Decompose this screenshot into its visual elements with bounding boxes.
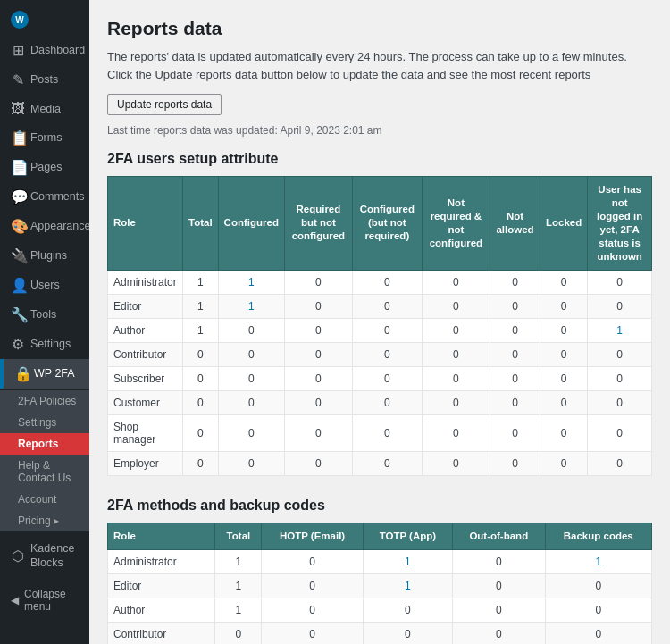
sidebar-item-posts[interactable]: ✎ Posts: [0, 65, 89, 95]
cell-value: 0: [540, 414, 588, 451]
cell-value: 0: [490, 342, 540, 366]
sidebar-item-wp2fa[interactable]: 🔒 WP 2FA: [0, 359, 89, 389]
cell-value: 0: [422, 451, 490, 475]
cell-value[interactable]: 1: [588, 318, 652, 342]
sidebar-sub-reports[interactable]: Reports: [0, 433, 89, 455]
cell-value: 0: [453, 573, 545, 598]
plugins-icon: 🔌: [11, 247, 25, 264]
cell-value: 0: [182, 342, 218, 366]
table-row: Author10000: [108, 598, 652, 622]
cell-value[interactable]: 1: [218, 270, 284, 294]
sidebar-sub-2fa-policies[interactable]: 2FA Policies: [0, 390, 89, 412]
update-reports-button[interactable]: Update reports data: [107, 94, 222, 115]
cell-value: 0: [182, 414, 218, 451]
cell-value: 0: [490, 270, 540, 294]
users-icon: 👤: [11, 277, 25, 294]
sidebar-item-label: Forms: [30, 130, 62, 145]
cell-value: 0: [352, 270, 422, 294]
sidebar-item-tools[interactable]: 🔧 Tools: [0, 300, 89, 330]
cell-value: 0: [588, 390, 652, 414]
cell-role: Administrator: [108, 549, 215, 573]
cell-value: 0: [540, 342, 588, 366]
cell-value: 1: [215, 549, 262, 573]
table1-col-configured: Configured: [218, 177, 284, 271]
cell-value[interactable]: 1: [363, 549, 452, 573]
cell-value[interactable]: 1: [218, 294, 284, 318]
cell-value: 0: [352, 390, 422, 414]
cell-role: Employer: [108, 451, 183, 475]
sidebar-item-label: Appearance: [30, 219, 89, 233]
sidebar-item-kadence[interactable]: ⬡ Kadence Blocks: [0, 535, 89, 577]
sidebar-item-appearance[interactable]: 🎨 Appearance: [0, 212, 89, 241]
cell-role: Author: [108, 598, 215, 622]
tools-icon: 🔧: [11, 306, 25, 323]
cell-role: Editor: [108, 573, 215, 598]
cell-value: 0: [422, 318, 490, 342]
sidebar-sub-pricing[interactable]: Pricing ▸: [0, 510, 89, 531]
table-link[interactable]: 1: [595, 556, 601, 568]
sidebar-item-dashboard[interactable]: ⊞ Dashboard: [0, 36, 89, 65]
cell-value: 0: [540, 294, 588, 318]
table-row: Editor11000000: [108, 294, 652, 318]
sidebar-item-label: Posts: [30, 72, 58, 87]
sidebar-item-forms[interactable]: 📋 Forms: [0, 123, 89, 153]
sidebar-logo[interactable]: W: [0, 0, 89, 36]
cell-value: 0: [490, 390, 540, 414]
collapse-menu-button[interactable]: ◀ Collapse menu: [0, 581, 89, 620]
table-link[interactable]: 1: [616, 324, 623, 337]
cell-value: 0: [262, 549, 363, 573]
table-link[interactable]: 1: [248, 276, 255, 289]
cell-value: 0: [490, 451, 540, 475]
table1-col-role: Role: [108, 177, 183, 271]
cell-value: 0: [284, 342, 352, 366]
table2-col-total: Total: [215, 523, 262, 549]
cell-value: 1: [182, 270, 218, 294]
page-description: The reports' data is updated automatical…: [107, 48, 652, 83]
cell-value: 0: [218, 451, 284, 475]
cell-value: 1: [182, 294, 218, 318]
sidebar-item-comments[interactable]: 💬 Comments: [0, 182, 89, 212]
sidebar-item-users[interactable]: 👤 Users: [0, 271, 89, 300]
cell-value: 0: [284, 294, 352, 318]
cell-value: 0: [262, 598, 363, 622]
sidebar-item-pages[interactable]: 📄 Pages: [0, 153, 89, 182]
sidebar-sub-help[interactable]: Help & Contact Us: [0, 455, 89, 489]
sidebar-sub-account[interactable]: Account: [0, 489, 89, 510]
cell-value: 0: [453, 549, 545, 573]
table-link[interactable]: 1: [248, 300, 255, 313]
table1-col-not-allowed: Not allowed: [490, 177, 540, 271]
table-row: Editor10100: [108, 573, 652, 598]
cell-value: 0: [363, 622, 452, 644]
cell-value: 0: [490, 294, 540, 318]
cell-value: 0: [284, 390, 352, 414]
table2-col-hotp: HOTP (Email): [262, 523, 363, 549]
table2-col-totp: TOTP (App): [363, 523, 452, 549]
last-updated-text: Last time reports data was updated: Apri…: [107, 124, 652, 137]
table1-title: 2FA users setup attribute: [107, 151, 652, 167]
sidebar-sub-settings[interactable]: Settings: [0, 412, 89, 433]
table2-col-backup: Backup codes: [545, 523, 651, 549]
table1-body: Administrator11000000Editor11000000Autho…: [108, 270, 652, 475]
sidebar-item-media[interactable]: 🖼 Media: [0, 95, 89, 123]
media-icon: 🖼: [11, 101, 25, 117]
comments-icon: 💬: [11, 188, 25, 205]
sidebar-item-settings[interactable]: ⚙ Settings: [0, 330, 89, 359]
cell-value[interactable]: 1: [363, 573, 452, 598]
table-link[interactable]: 1: [405, 556, 411, 568]
cell-value: 0: [422, 366, 490, 390]
sidebar-item-label: Tools: [30, 307, 56, 322]
cell-value[interactable]: 1: [545, 549, 651, 573]
kadence-label: Kadence Blocks: [30, 541, 80, 571]
cell-value: 0: [588, 342, 652, 366]
table-link[interactable]: 1: [405, 580, 411, 592]
cell-value: 0: [182, 390, 218, 414]
cell-value: 0: [453, 598, 545, 622]
cell-value: 1: [215, 598, 262, 622]
collapse-arrow-icon: ◀: [11, 594, 19, 606]
cell-role: Contributor: [108, 342, 183, 366]
cell-value: 0: [182, 451, 218, 475]
cell-value: 0: [545, 598, 651, 622]
table1-col-not-req-not-conf: Not required & not configured: [422, 177, 490, 271]
cell-value: 0: [540, 390, 588, 414]
sidebar-item-plugins[interactable]: 🔌 Plugins: [0, 241, 89, 271]
